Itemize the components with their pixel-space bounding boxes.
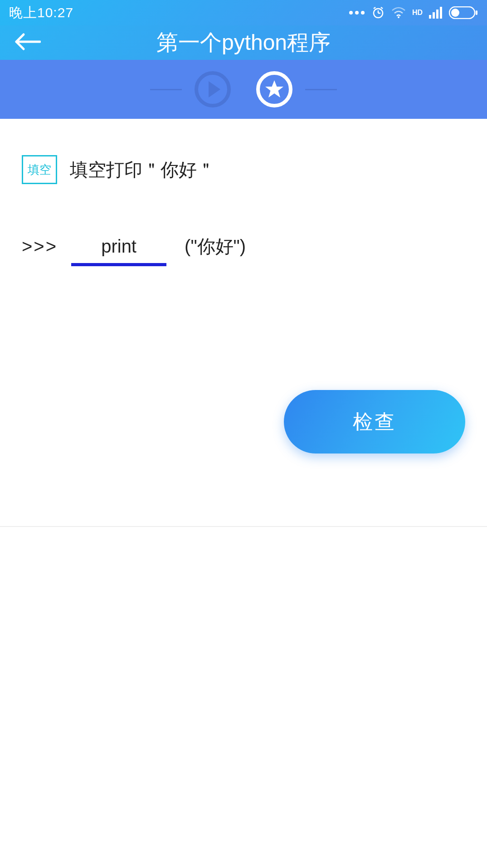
wifi-icon xyxy=(391,7,406,19)
code-prompt-symbol: >>> xyxy=(22,236,58,257)
signal-icon xyxy=(429,7,443,19)
code-blank-input[interactable] xyxy=(71,236,166,266)
empty-area xyxy=(0,527,487,844)
stepper-line xyxy=(305,89,337,90)
question-text: 填空打印＂你好＂ xyxy=(70,157,215,182)
check-button[interactable]: 检查 xyxy=(284,390,465,454)
code-row: >>> ("你好") xyxy=(22,234,465,266)
back-icon[interactable] xyxy=(14,33,41,53)
more-icon xyxy=(349,10,365,15)
svg-rect-15 xyxy=(476,10,477,15)
svg-point-2 xyxy=(361,11,365,15)
battery-icon xyxy=(449,6,478,19)
svg-rect-14 xyxy=(451,9,459,17)
step-star-icon[interactable] xyxy=(256,71,292,107)
exercise-card: 填空 填空打印＂你好＂ >>> ("你好") 检查 xyxy=(0,119,487,527)
svg-point-0 xyxy=(349,11,353,15)
question-row: 填空 填空打印＂你好＂ xyxy=(22,155,465,184)
page-title: 第一个python程序 xyxy=(0,28,487,57)
question-tag: 填空 xyxy=(22,155,57,184)
progress-stepper xyxy=(0,60,487,119)
status-icons: HD xyxy=(349,6,478,20)
svg-rect-9 xyxy=(429,15,431,19)
title-bar: 第一个python程序 xyxy=(0,25,487,60)
svg-rect-12 xyxy=(440,7,442,19)
hd-label: HD xyxy=(412,9,423,17)
svg-point-1 xyxy=(355,11,359,15)
step-play-icon[interactable] xyxy=(195,71,231,107)
status-bar: 晚上10:27 HD xyxy=(0,0,487,25)
svg-marker-17 xyxy=(265,80,283,98)
alarm-icon xyxy=(371,6,385,20)
svg-rect-10 xyxy=(433,12,435,19)
svg-rect-11 xyxy=(436,10,438,19)
svg-point-8 xyxy=(398,16,399,18)
code-rest: ("你好") xyxy=(185,234,246,259)
svg-line-7 xyxy=(381,7,383,9)
status-time: 晚上10:27 xyxy=(9,4,73,22)
stepper-line xyxy=(150,89,182,90)
svg-line-6 xyxy=(374,7,375,9)
